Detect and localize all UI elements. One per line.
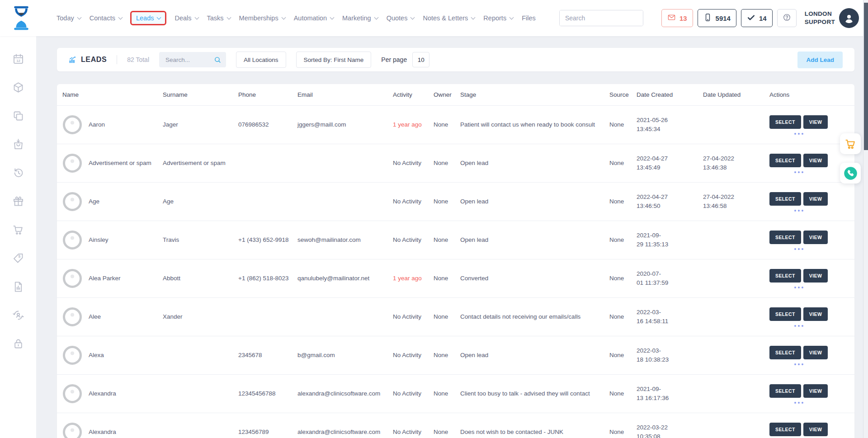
- add-lead-button[interactable]: Add Lead: [797, 52, 843, 68]
- tasks-badge[interactable]: 14: [741, 9, 773, 27]
- nav-item-files[interactable]: Files: [520, 11, 537, 25]
- nav-item-today[interactable]: Today: [55, 11, 82, 25]
- messages-badge[interactable]: 13: [661, 9, 693, 27]
- view-button[interactable]: VIEW: [803, 231, 828, 244]
- app-logo-icon[interactable]: [9, 5, 33, 32]
- column-header-surname: Surname: [163, 91, 238, 98]
- cell-phone: 076986532: [238, 120, 297, 129]
- cell-date-created: 2022-03-18 10:38:23: [637, 346, 703, 364]
- page-scrollbar: [863, 0, 868, 438]
- nav-item-marketing[interactable]: Marketing: [341, 11, 379, 25]
- cell-activity: No Activity: [393, 428, 434, 437]
- select-button[interactable]: SELECT: [769, 154, 801, 167]
- svg-text:$: $: [18, 254, 20, 259]
- more-actions-button[interactable]: [794, 171, 803, 173]
- calls-count: 5914: [716, 14, 731, 22]
- cell-owner: None: [434, 351, 460, 360]
- view-button[interactable]: VIEW: [803, 307, 828, 321]
- select-button[interactable]: SELECT: [769, 269, 801, 283]
- more-actions-button[interactable]: [794, 402, 803, 404]
- security-icon[interactable]: [12, 338, 24, 350]
- view-button[interactable]: VIEW: [803, 154, 828, 167]
- header-search: [559, 10, 643, 26]
- gift-icon[interactable]: [12, 195, 24, 207]
- user-avatar[interactable]: [839, 8, 859, 28]
- table-body: Aaron Jager 076986532 jggers@maill.com 1…: [57, 106, 854, 438]
- select-button[interactable]: SELECT: [769, 192, 801, 206]
- nav-item-reports[interactable]: Reports: [482, 11, 514, 25]
- history-icon[interactable]: [12, 167, 24, 179]
- more-actions-button[interactable]: [794, 248, 803, 250]
- cell-actions: SELECT VIEW: [769, 269, 849, 288]
- cell-email: b@gmail.com: [297, 351, 393, 360]
- cell-stage: Patient will contact us when ready to bo…: [460, 120, 609, 129]
- cell-date-created: 2021-09-29 11:35:13: [637, 231, 703, 249]
- cell-actions: SELECT VIEW: [769, 115, 849, 135]
- calls-badge[interactable]: 5914: [698, 9, 736, 27]
- cell-actions: SELECT VIEW: [769, 384, 849, 404]
- reports-icon[interactable]: [12, 281, 24, 293]
- cart-floating-button[interactable]: [840, 133, 861, 154]
- select-button[interactable]: SELECT: [769, 384, 801, 398]
- leads-search-input[interactable]: [165, 57, 214, 63]
- nav-item-memberships[interactable]: Memberships: [238, 11, 287, 25]
- products-icon[interactable]: [12, 81, 24, 94]
- cell-stage: Contact details not receiving our emails…: [460, 312, 609, 321]
- view-button[interactable]: VIEW: [803, 423, 828, 436]
- page-title: LEADS: [81, 56, 107, 64]
- table-header-row: NameSurnamePhoneEmailActivityOwnerStageS…: [57, 84, 854, 106]
- view-button[interactable]: VIEW: [803, 115, 828, 129]
- select-button[interactable]: SELECT: [769, 423, 801, 436]
- leads-total: 82 Total: [127, 56, 149, 63]
- orders-icon[interactable]: [12, 138, 24, 151]
- per-page-input[interactable]: [412, 52, 429, 67]
- select-button[interactable]: SELECT: [769, 115, 801, 129]
- cell-name: Aaron: [89, 120, 163, 129]
- table-row: Age Age No Activity None Open lead None …: [57, 183, 854, 221]
- more-actions-button[interactable]: [794, 210, 803, 212]
- nav-item-deals[interactable]: Deals: [173, 11, 199, 25]
- view-button[interactable]: VIEW: [803, 269, 828, 283]
- nav-item-tasks[interactable]: Tasks: [206, 11, 232, 25]
- more-actions-button[interactable]: [794, 287, 803, 288]
- copy-icon[interactable]: [12, 110, 24, 122]
- header-search-input[interactable]: [560, 10, 643, 26]
- column-header-actions: Actions: [769, 91, 849, 98]
- nav-item-automation[interactable]: Automation: [292, 11, 335, 25]
- search-icon[interactable]: [214, 56, 222, 64]
- more-actions-button[interactable]: [794, 133, 803, 135]
- more-actions-button[interactable]: [794, 325, 803, 327]
- cell-phone: +1 (433) 652-9918: [238, 235, 297, 245]
- nav-item-label: Marketing: [342, 14, 371, 22]
- pricing-icon[interactable]: $: [12, 252, 24, 264]
- locations-filter[interactable]: All Locations: [236, 52, 286, 68]
- more-actions-button[interactable]: [794, 363, 803, 365]
- select-button[interactable]: SELECT: [769, 231, 801, 244]
- view-button[interactable]: VIEW: [803, 384, 828, 398]
- select-button[interactable]: SELECT: [769, 307, 801, 321]
- cell-date-created: 2021-09-13 16:17:36: [637, 385, 703, 402]
- help-button[interactable]: [777, 9, 797, 27]
- cell-email: jggers@maill.com: [297, 120, 393, 129]
- cart-icon[interactable]: [12, 224, 24, 236]
- view-button[interactable]: VIEW: [803, 192, 828, 206]
- nav-item-label: Reports: [483, 14, 506, 22]
- cell-name: Alexandra: [89, 389, 163, 398]
- call-floating-button[interactable]: [840, 163, 861, 184]
- scrollbar-thumb[interactable]: [864, 3, 868, 150]
- sort-filter[interactable]: Sorted By: First Name: [296, 52, 372, 68]
- question-icon: [783, 13, 791, 23]
- cell-phone: 123456789: [238, 428, 297, 437]
- phone-icon: [703, 13, 712, 23]
- cell-name: Alexa: [89, 351, 163, 360]
- clients-icon[interactable]: [12, 309, 24, 321]
- select-button[interactable]: SELECT: [769, 346, 801, 359]
- nav-item-contacts[interactable]: Contacts: [88, 11, 123, 25]
- nav-item-label: Today: [57, 14, 74, 22]
- view-button[interactable]: VIEW: [803, 346, 828, 359]
- nav-item-notes-letters[interactable]: Notes & Letters: [421, 11, 476, 25]
- calendar-icon[interactable]: 12: [12, 53, 24, 65]
- nav-item-leads[interactable]: Leads: [130, 11, 167, 25]
- cell-date-created: 2021-05-26 13:45:34: [637, 116, 703, 133]
- nav-item-quotes[interactable]: Quotes: [385, 11, 416, 25]
